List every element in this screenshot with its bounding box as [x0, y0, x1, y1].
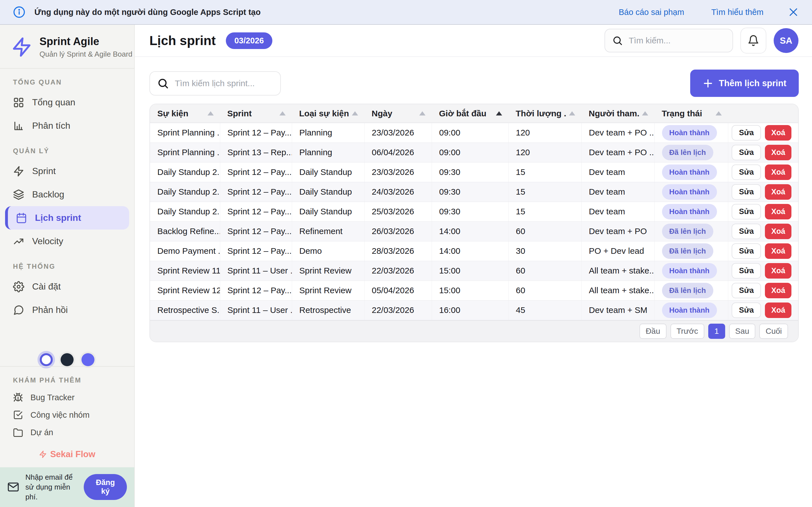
global-search-input[interactable]	[629, 36, 738, 45]
cell-actions: Sửa Xoá	[728, 182, 798, 202]
column-header[interactable]: Người tham...	[581, 104, 654, 123]
sort-caret-icon	[352, 111, 358, 115]
sidebar-item-cai-dat[interactable]: Cài đặt	[0, 275, 134, 298]
cell-start-time: 14:00	[432, 221, 508, 241]
column-header[interactable]: Thời lượng ...	[508, 104, 581, 123]
edit-button[interactable]: Sửa	[732, 125, 761, 140]
sidebar-item-sprint[interactable]: Sprint	[0, 159, 134, 183]
delete-button[interactable]: Xoá	[765, 263, 792, 279]
cell-date: 06/04/2026	[364, 143, 432, 162]
delete-button[interactable]: Xoá	[765, 283, 792, 298]
cell-actions: Sửa Xoá	[728, 300, 798, 320]
cell-duration: 15	[508, 202, 581, 221]
cell-status: Hoàn thành	[654, 162, 728, 182]
cell-actions: Sửa Xoá	[728, 221, 798, 241]
status-badge: Hoàn thành	[662, 165, 717, 180]
cell-event: Daily Standup 2...	[150, 202, 220, 221]
avatar[interactable]: SA	[774, 28, 799, 53]
cell-date: 23/03/2026	[364, 123, 432, 143]
report-abuse-link[interactable]: Báo cáo sai phạm	[619, 8, 684, 17]
sidebar-item-label: Tổng quan	[32, 97, 75, 108]
column-header[interactable]: Sprint	[220, 104, 292, 123]
theme-dot-indigo[interactable]	[82, 353, 94, 366]
brand-footer-link[interactable]: Sekai Flow	[0, 449, 134, 459]
page-title: Lịch sprint	[149, 33, 216, 48]
sprint-calendar-search-input[interactable]	[175, 78, 284, 88]
edit-button[interactable]: Sửa	[732, 283, 761, 298]
cell-participants: All team + stake...	[581, 281, 654, 300]
cell-event: Daily Standup 2...	[150, 182, 220, 202]
cell-participants: Dev team	[581, 202, 654, 221]
sidebar-item-du-an[interactable]: Dự án	[0, 424, 134, 441]
status-badge: Hoàn thành	[662, 302, 717, 318]
column-header[interactable]: Trạng thái	[654, 104, 728, 123]
cell-status: Đã lên lịch	[654, 143, 728, 162]
delete-button[interactable]: Xoá	[765, 145, 792, 160]
edit-button[interactable]: Sửa	[732, 224, 761, 239]
sidebar-item-lich-sprint[interactable]: Lịch sprint	[5, 206, 129, 230]
sort-caret-icon	[419, 111, 425, 115]
theme-dot-dark[interactable]	[61, 353, 73, 366]
delete-button[interactable]: Xoá	[765, 165, 792, 180]
pagination-first-button[interactable]: Đầu	[640, 324, 666, 339]
section-label-overview: TỔNG QUAN	[0, 69, 134, 91]
column-header[interactable]: Sự kiện	[150, 104, 220, 123]
cell-event-type: Demo	[292, 241, 364, 261]
cell-duration: 45	[508, 300, 581, 320]
column-header[interactable]: Giờ bắt đầu	[432, 104, 508, 123]
cell-sprint: Sprint 11 – User ...	[220, 300, 292, 320]
notifications-button[interactable]	[741, 27, 766, 54]
sidebar-item-backlog[interactable]: Backlog	[0, 183, 134, 206]
status-badge: Đã lên lịch	[662, 145, 713, 160]
signup-text: Nhập email để sử dụng miễn phí.	[26, 472, 78, 502]
edit-button[interactable]: Sửa	[732, 243, 761, 259]
column-header[interactable]: Loại sự kiện	[292, 104, 364, 123]
signup-button[interactable]: Đăng ký	[84, 474, 127, 500]
sidebar-item-phan-tich[interactable]: Phân tích	[0, 114, 134, 137]
cell-duration: 30	[508, 241, 581, 261]
delete-button[interactable]: Xoá	[765, 224, 792, 239]
delete-button[interactable]: Xoá	[765, 243, 792, 259]
sidebar-item-bug-tracker[interactable]: Bug Tracker	[0, 389, 134, 406]
cell-sprint: Sprint 12 – Pay...	[220, 281, 292, 300]
status-badge: Đã lên lịch	[662, 224, 713, 239]
delete-button[interactable]: Xoá	[765, 125, 792, 140]
edit-button[interactable]: Sửa	[732, 204, 761, 219]
pagination-last-button[interactable]: Cuối	[759, 324, 788, 339]
edit-button[interactable]: Sửa	[732, 145, 761, 160]
edit-button[interactable]: Sửa	[732, 302, 761, 318]
section-label-manage: QUẢN LÝ	[0, 137, 134, 159]
edit-button[interactable]: Sửa	[732, 184, 761, 200]
cell-start-time: 16:00	[432, 300, 508, 320]
sidebar-item-label: Phân tích	[32, 121, 70, 131]
delete-button[interactable]: Xoá	[765, 302, 792, 318]
main-content: Lịch sprint 03/2026	[135, 25, 812, 507]
sidebar-item-tong-quan[interactable]: Tổng quan	[0, 91, 134, 114]
sidebar-item-cong-viec-nhom[interactable]: Công việc nhóm	[0, 406, 134, 424]
add-sprint-event-button[interactable]: Thêm lịch sprint	[690, 69, 799, 97]
status-badge: Đã lên lịch	[662, 243, 713, 259]
sidebar-item-label: Lịch sprint	[35, 213, 81, 223]
cell-status: Đã lên lịch	[654, 241, 728, 261]
cell-sprint: Sprint 12 – Pay...	[220, 202, 292, 221]
cell-date: 23/03/2026	[364, 162, 432, 182]
check-square-icon	[13, 410, 23, 420]
delete-button[interactable]: Xoá	[765, 204, 792, 219]
app-name: Sprint Agile	[40, 36, 133, 48]
pagination-next-button[interactable]: Sau	[729, 324, 756, 339]
table-header-row: Sự kiệnSprintLoại sự kiệnNgàyGiờ bắt đầu…	[150, 104, 798, 123]
sidebar-item-phan-hoi[interactable]: Phản hồi	[0, 298, 134, 322]
learn-more-link[interactable]: Tìm hiểu thêm	[711, 8, 763, 17]
close-icon[interactable]	[788, 6, 799, 18]
edit-button[interactable]: Sửa	[732, 263, 761, 279]
theme-dot-light[interactable]	[40, 353, 53, 366]
pagination-page-1-button[interactable]: 1	[708, 324, 725, 339]
sidebar-item-velocity[interactable]: Velocity	[0, 230, 134, 253]
cell-event-type: Refinement	[292, 221, 364, 241]
cell-event-type: Sprint Review	[292, 281, 364, 300]
cell-start-time: 09:00	[432, 123, 508, 143]
column-header[interactable]: Ngày	[364, 104, 432, 123]
edit-button[interactable]: Sửa	[732, 165, 761, 180]
delete-button[interactable]: Xoá	[765, 184, 792, 200]
pagination-prev-button[interactable]: Trước	[670, 324, 705, 339]
